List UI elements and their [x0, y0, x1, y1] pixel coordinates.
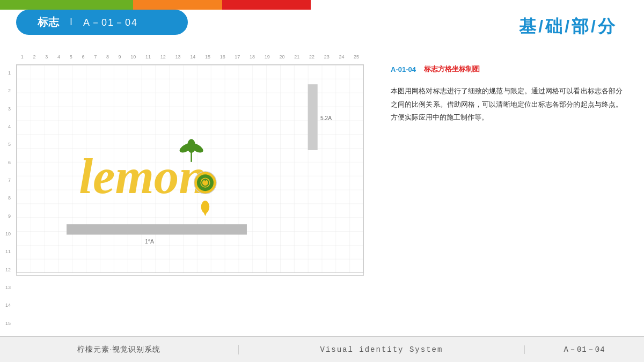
col-21: 21	[294, 55, 299, 60]
footer: 柠檬元素·视觉识别系统 Visual identity System A－01－…	[0, 336, 644, 362]
title-badge: 标志 I A－01－04	[16, 10, 188, 35]
col-3: 3	[45, 55, 48, 60]
svg-text:lemon: lemon	[79, 149, 207, 204]
row-9: 9	[5, 214, 11, 219]
row-7: 7	[5, 178, 11, 183]
col-11: 11	[145, 55, 151, 60]
footer-left-text: 柠檬元素·视觉识别系统	[77, 345, 160, 354]
row-labels: 1 2 3 4 5 6 7 8 9 10 11 12 13 14 15	[5, 64, 11, 333]
row-5: 5	[5, 142, 11, 147]
red-bar	[222, 0, 311, 10]
col-7: 7	[94, 55, 97, 60]
col-9: 9	[119, 55, 121, 60]
section-description: 本图用网格对标志进行了细致的规范与限定。通过网格可以看出标志各部分之间的比例关系…	[391, 85, 623, 124]
col-22: 22	[309, 55, 314, 60]
white-bar	[311, 0, 644, 10]
row-4: 4	[5, 124, 11, 129]
badge-code: A－01－04	[83, 16, 138, 29]
col-23: 23	[324, 55, 330, 60]
col-2: 2	[33, 55, 36, 60]
col-25: 25	[354, 55, 359, 60]
grid-wrapper: 1 2 3 4 5 6 7 8 9 10 11 12 13 14 15 16 1…	[16, 64, 364, 333]
row-10: 10	[5, 232, 11, 237]
col-17: 17	[235, 55, 240, 60]
row-8: 8	[5, 196, 11, 201]
col-14: 14	[190, 55, 195, 60]
svg-text:1°A: 1°A	[145, 239, 154, 245]
col-19: 19	[265, 55, 270, 60]
row-6: 6	[5, 160, 11, 165]
grid-svg: 5.2A 1°A lemon	[17, 65, 363, 273]
col-1: 1	[21, 55, 24, 60]
col-24: 24	[339, 55, 344, 60]
right-title: 基/础/部/分	[519, 15, 617, 39]
section-title-row: A-01-04 标志方格坐标制图	[391, 64, 623, 74]
col-4: 4	[57, 55, 60, 60]
orange-bar	[133, 0, 222, 10]
svg-rect-3	[308, 84, 318, 150]
main-content: 1 2 3 4 5 6 7 8 9 10 11 12 13 14 15 16 1…	[16, 54, 628, 333]
top-color-bar	[0, 0, 644, 10]
row-13: 13	[5, 285, 11, 290]
col-8: 8	[106, 55, 109, 60]
section-title-zh: 标志方格坐标制图	[424, 64, 480, 74]
col-18: 18	[250, 55, 255, 60]
row-14: 14	[5, 303, 11, 308]
col-16: 16	[220, 55, 225, 60]
svg-point-10	[187, 139, 196, 153]
svg-rect-2	[67, 224, 247, 234]
footer-right: A－01－04	[525, 345, 644, 354]
row-12: 12	[5, 268, 11, 272]
badge-divider: I	[70, 17, 72, 28]
footer-right-text: A－01－04	[564, 345, 605, 354]
footer-middle-text: Visual identity System	[320, 345, 443, 354]
green-bar	[0, 0, 133, 10]
col-5: 5	[70, 55, 72, 60]
section-code: A-01-04	[391, 65, 416, 73]
footer-left: 柠檬元素·视觉识别系统	[0, 345, 239, 354]
col-13: 13	[175, 55, 180, 60]
col-10: 10	[130, 55, 136, 60]
col-6: 6	[82, 55, 84, 60]
svg-text:5.2A: 5.2A	[320, 115, 332, 121]
col-12: 12	[160, 55, 166, 60]
row-11: 11	[5, 249, 11, 254]
badge-zh-text: 标志	[38, 15, 59, 29]
row-15: 15	[5, 321, 11, 326]
col-15: 15	[205, 55, 210, 60]
col-20: 20	[280, 55, 285, 60]
col-labels: 1 2 3 4 5 6 7 8 9 10 11 12 13 14 15 16 1…	[16, 55, 364, 60]
footer-middle: Visual identity System	[239, 345, 525, 354]
row-1: 1	[5, 71, 11, 76]
row-2: 2	[5, 88, 11, 93]
row-3: 3	[5, 107, 11, 112]
grid-area: 5.2A 1°A lemon	[16, 64, 364, 276]
text-area: A-01-04 标志方格坐标制图 本图用网格对标志进行了细致的规范与限定。通过网…	[380, 54, 628, 333]
